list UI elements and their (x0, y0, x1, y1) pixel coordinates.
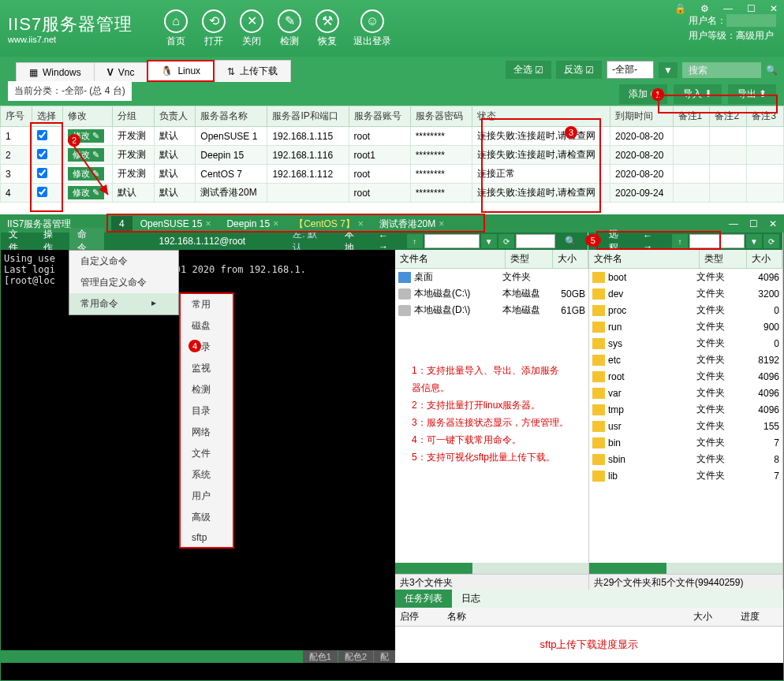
ctx-custom-cmd[interactable]: 自定义命令 (69, 251, 178, 272)
file-row[interactable]: boot文件夹4096 (589, 269, 782, 285)
nav-close[interactable]: ✕关闭 (240, 9, 263, 48)
ctx2-item[interactable]: 目录 (181, 400, 233, 422)
file-row[interactable]: usr文件夹155 (589, 418, 782, 434)
select-all-button[interactable]: 全选 ☑ (506, 61, 551, 79)
maximize-icon[interactable]: ☐ (747, 3, 756, 14)
nav-home[interactable]: ⌂首页 (164, 9, 188, 48)
local-path-input[interactable] (424, 234, 480, 248)
file-row[interactable]: root文件夹4096 (589, 368, 782, 385)
filter-select[interactable]: -全部- (607, 61, 654, 79)
maximize-icon[interactable]: ☐ (749, 218, 758, 229)
close-window-icon[interactable]: ✕ (770, 3, 778, 14)
col-header[interactable]: 状态 (472, 106, 610, 127)
col-header[interactable]: 负责人 (154, 106, 195, 127)
file-row[interactable]: sbin文件夹8 (589, 451, 782, 467)
gear-icon[interactable]: ⚙ (700, 3, 709, 14)
row-checkbox[interactable] (37, 149, 47, 159)
col-header[interactable]: 分组 (113, 106, 154, 127)
color2[interactable]: 配色2 (338, 650, 373, 663)
col-header[interactable]: 备注2 (710, 106, 747, 127)
refresh-icon[interactable]: ⟳ (763, 234, 779, 248)
close-icon[interactable]: ✕ (769, 218, 777, 229)
col-header[interactable]: 备注3 (747, 106, 784, 127)
nav-logout[interactable]: ☺退出登录 (353, 9, 391, 48)
export-button[interactable]: 导出 ⬆ (728, 84, 776, 104)
ctx2-item[interactable]: sftp (181, 528, 233, 547)
color1[interactable]: 配色1 (303, 650, 338, 663)
ctx2-item[interactable]: 系统 (181, 464, 233, 486)
scrollbar[interactable] (395, 563, 588, 574)
task-tab-list[interactable]: 任务列表 (395, 590, 452, 608)
tab-upload[interactable]: ⇅上传下载 (214, 60, 291, 82)
col-header[interactable]: 服务器IP和端口 (267, 106, 349, 127)
chevron-down-icon[interactable]: ▼ (659, 62, 678, 78)
row-checkbox[interactable] (37, 187, 47, 197)
search-input[interactable] (682, 62, 761, 78)
file-row[interactable]: lib文件夹7 (589, 467, 782, 484)
nav-open[interactable]: ⟲打开 (202, 9, 226, 48)
ctx2-item[interactable]: 监视 (181, 358, 233, 379)
tab-linux[interactable]: 🐧Linux窗口 (147, 60, 215, 82)
table-row[interactable]: 4修改 ✎默认默认测试香港20Mroot********连接失败:连接超时,请检… (1, 184, 784, 203)
refresh-icon[interactable]: ⟳ (498, 234, 514, 248)
minimize-icon[interactable]: — (723, 3, 733, 14)
sub-tab-count[interactable]: 4 (111, 216, 133, 232)
dropdown-icon[interactable]: ▼ (481, 234, 497, 248)
col-header[interactable]: 修改 (63, 106, 113, 127)
sub-tab-1[interactable]: Deepin 15× (218, 216, 286, 232)
file-row[interactable]: sys文件夹0 (589, 335, 782, 352)
table-row[interactable]: 3修改 ✎开发测默认CentOS 7192.168.1.112root*****… (1, 165, 784, 184)
close-tab-icon[interactable]: × (273, 218, 278, 229)
file-row[interactable]: tmp文件夹4096 (589, 401, 782, 418)
close-tab-icon[interactable]: × (439, 218, 444, 229)
up-icon[interactable]: ↑ (407, 234, 423, 248)
file-row[interactable]: 桌面文件夹 (395, 269, 588, 285)
table-row[interactable]: 1修改 ✎开发测默认OpenSUSE 1192.168.1.115root***… (1, 127, 784, 146)
lock-icon[interactable]: 🔒 (674, 3, 686, 14)
col-header[interactable]: 服务器密码 (410, 106, 472, 127)
col-header[interactable]: 服务器名称 (196, 106, 267, 127)
modify-button[interactable]: 修改 ✎ (68, 186, 104, 199)
modify-button[interactable]: 修改 ✎ (68, 167, 104, 180)
terminal[interactable]: Using use Last logi 6:37:01 2020 from 19… (1, 250, 395, 663)
search-icon[interactable]: 🔍 (557, 236, 584, 247)
ctx-manage-cmd[interactable]: 管理自定义命令 (69, 272, 178, 293)
col-header[interactable]: 选择 (32, 106, 63, 127)
local-search-input[interactable] (516, 234, 555, 248)
up-icon[interactable]: ↑ (672, 234, 688, 248)
file-row[interactable]: 本地磁盘(C:\)本地磁盘50GB (395, 285, 588, 302)
scrollbar[interactable] (589, 563, 782, 574)
invert-select-button[interactable]: 反选 ☑ (556, 61, 602, 79)
col-header[interactable]: 到期时间 (610, 106, 673, 127)
minimize-icon[interactable]: — (729, 218, 738, 229)
ctx2-item[interactable]: 检测 (181, 379, 233, 400)
dropdown-icon[interactable]: ▼ (746, 234, 762, 248)
file-row[interactable]: var文件夹4096 (589, 385, 782, 401)
table-row[interactable]: 2修改 ✎开发测默认Deepin 15192.168.1.116root1***… (1, 146, 784, 165)
col-header[interactable]: 服务器账号 (349, 106, 410, 127)
import-button[interactable]: 导入 ⬇ (674, 84, 722, 104)
modify-button[interactable]: 修改 ✎ (68, 148, 104, 162)
ctx2-item[interactable]: 网络 (181, 422, 233, 443)
file-row[interactable]: dev文件夹3200 (589, 285, 782, 302)
close-tab-icon[interactable]: × (358, 218, 364, 229)
remote-path-input[interactable] (689, 234, 745, 248)
nav-detect[interactable]: ✎检测 (278, 9, 301, 48)
file-row[interactable]: run文件夹900 (589, 318, 782, 335)
close-tab-icon[interactable]: × (205, 218, 211, 229)
ctx2-item[interactable]: 常用 (181, 294, 233, 315)
col-header[interactable]: 序号 (1, 106, 32, 127)
ctx-common-cmd[interactable]: 常用命令▸ (69, 293, 178, 314)
col-header[interactable]: 备注1 (673, 106, 710, 127)
sub-tab-2[interactable]: 【CentOS 7】× (286, 215, 371, 233)
color3[interactable]: 配 (374, 650, 395, 663)
file-row[interactable]: etc文件夹8192 (589, 352, 782, 368)
sub-tab-0[interactable]: OpenSUSE 15× (133, 216, 219, 232)
ctx2-item[interactable]: 文件 (181, 443, 233, 464)
tab-vnc[interactable]: VVnc (94, 62, 148, 82)
ctx2-item[interactable]: 用户 (181, 486, 233, 507)
nav-recover[interactable]: ⚒恢复 (315, 9, 339, 48)
file-row[interactable]: proc文件夹0 (589, 302, 782, 318)
row-checkbox[interactable] (37, 130, 47, 140)
sub-tab-3[interactable]: 测试香港20M× (371, 215, 452, 233)
